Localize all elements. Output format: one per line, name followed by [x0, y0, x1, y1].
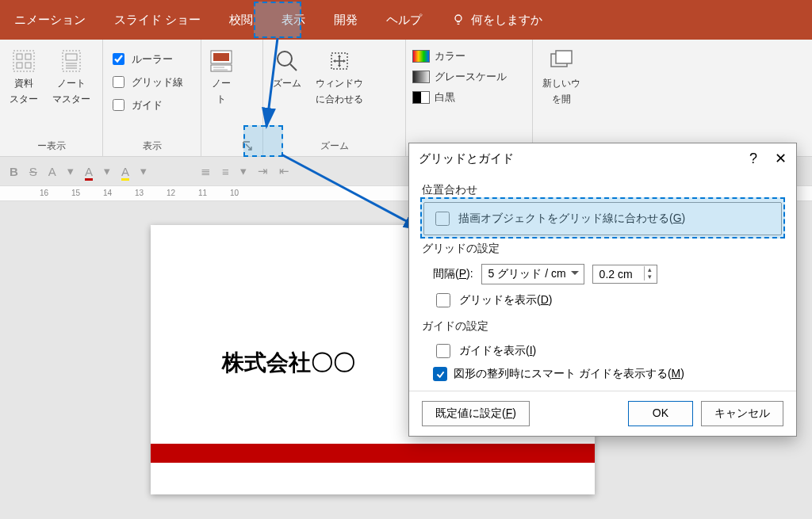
notes-icon: [208, 48, 235, 74]
bullets-button[interactable]: ≣: [201, 164, 211, 178]
chevron-down-icon: ▾: [67, 164, 74, 178]
handout-icon: [10, 48, 37, 74]
chevron-down-icon: ▾: [240, 164, 247, 178]
handout-master-button[interactable]: 資料 スター: [6, 44, 41, 109]
show-guides-label: ガイドを表示(I): [459, 344, 536, 358]
svg-rect-12: [213, 53, 229, 61]
svg-rect-5: [25, 63, 31, 68]
outdent-button[interactable]: ⇤: [279, 164, 289, 178]
show-guides-checkbox[interactable]: [436, 344, 450, 358]
highlight-button[interactable]: A: [121, 165, 129, 178]
new-window-button[interactable]: 新しいウ を開: [539, 44, 584, 109]
show-grid-label: グリッドを表示(D): [459, 293, 552, 307]
color-swatch-icon: [412, 50, 430, 63]
ok-button[interactable]: OK: [628, 401, 693, 426]
svg-rect-13: [211, 65, 232, 71]
gridlines-checkbox[interactable]: グリッド線: [109, 72, 183, 92]
tab-view[interactable]: 表示: [267, 3, 320, 37]
tab-slideshow[interactable]: スライド ショー: [100, 3, 215, 37]
cancel-button[interactable]: キャンセル: [701, 401, 783, 426]
notes-master-icon: [58, 48, 85, 74]
svg-point-16: [278, 52, 292, 66]
ruler-checkbox[interactable]: ルーラー: [109, 49, 173, 69]
indent-button[interactable]: ⇥: [258, 164, 268, 178]
tab-help[interactable]: ヘルプ: [372, 3, 436, 37]
tab-review[interactable]: 校閲: [215, 3, 267, 37]
color-mode-button[interactable]: カラー: [412, 48, 465, 65]
svg-rect-20: [556, 51, 572, 63]
gray-swatch-icon: [412, 71, 430, 83]
notes-button[interactable]: ノー ト: [205, 44, 238, 109]
bw-mode-button[interactable]: 白黒: [412, 89, 455, 106]
ribbon: 資料 スター ノート マスター ー表示 ルーラー グリッド線 ガイド 表示 ノー…: [0, 40, 812, 157]
tell-me-label: 何をしますか: [471, 13, 542, 28]
guides-checkbox[interactable]: ガイド: [109, 95, 163, 115]
svg-rect-7: [66, 54, 77, 60]
set-default-button[interactable]: 既定値に設定(F): [422, 401, 530, 426]
zoom-icon: [274, 48, 301, 74]
font-color-button[interactable]: A: [85, 165, 93, 178]
notes-master-button[interactable]: ノート マスター: [49, 44, 94, 109]
smart-guides-label: 図形の整列時にスマート ガイドを表示する(M): [454, 367, 684, 381]
group-zoom: ズーム: [270, 136, 399, 156]
strike-button[interactable]: S: [29, 165, 37, 178]
zoom-button[interactable]: ズーム: [270, 44, 304, 93]
fit-window-button[interactable]: ウィンドウ に合わせる: [312, 44, 366, 109]
snap-to-grid-label: 描画オブジェクトをグリッド線に合わせる(G): [458, 212, 685, 226]
tab-animations[interactable]: ニメーション: [0, 3, 100, 37]
ribbon-tabs: ニメーション スライド ショー 校閲 表示 開発 ヘルプ 何をしますか: [0, 0, 812, 40]
smart-guides-checkbox[interactable]: [433, 367, 447, 381]
snap-to-grid-checkbox[interactable]: [435, 212, 450, 226]
svg-line-17: [290, 64, 297, 71]
chevron-down-icon: ▾: [140, 164, 147, 178]
section-grid: グリッドの設定: [422, 242, 783, 256]
interval-combo[interactable]: 5 グリッド / cm: [481, 264, 584, 284]
section-alignment: 位置合わせ: [422, 183, 783, 197]
grid-guides-dialog: グリッドとガイド ? ✕ 位置合わせ 描画オブジェクトをグリッド線に合わせる(G…: [408, 143, 797, 437]
font-size-button[interactable]: A: [48, 165, 56, 178]
interval-label: 間隔(P):: [433, 267, 473, 281]
svg-rect-4: [17, 63, 22, 68]
align-button[interactable]: ≡: [222, 165, 229, 178]
spin-down-icon[interactable]: ▾: [644, 273, 655, 280]
group-show: 表示: [109, 136, 194, 156]
bold-button[interactable]: B: [10, 165, 18, 178]
dialog-launcher-icon[interactable]: [242, 140, 253, 151]
new-window-icon: [548, 48, 575, 74]
fit-icon: [326, 48, 353, 74]
close-button[interactable]: ✕: [775, 150, 787, 167]
help-button[interactable]: ?: [749, 151, 757, 167]
slide-accent-bar: [151, 444, 595, 463]
bw-swatch-icon: [412, 91, 430, 104]
chevron-down-icon: ▾: [104, 164, 110, 178]
tell-me[interactable]: 何をしますか: [436, 13, 542, 28]
group-master-views: ー表示: [6, 136, 96, 156]
svg-rect-2: [17, 54, 22, 59]
show-grid-checkbox[interactable]: [436, 293, 450, 307]
dialog-title: グリッドとガイド: [419, 151, 514, 166]
slide-title: 株式会社〇〇: [222, 348, 355, 378]
svg-point-0: [455, 15, 462, 21]
bulb-icon: [452, 13, 465, 26]
grayscale-mode-button[interactable]: グレースケール: [412, 68, 507, 86]
svg-rect-3: [25, 54, 31, 59]
spacing-spinner[interactable]: 0.2 cm ▴▾: [592, 265, 657, 284]
section-guide: ガイドの設定: [422, 319, 783, 334]
tab-developer[interactable]: 開発: [320, 3, 372, 37]
